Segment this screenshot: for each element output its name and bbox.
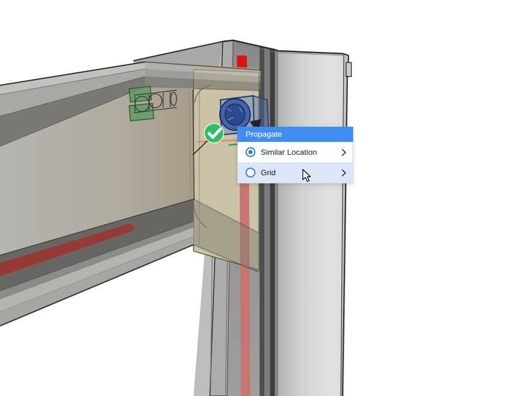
menu-item-similar-location[interactable]: Similar Location xyxy=(238,142,353,162)
radio-unselected-icon xyxy=(246,168,255,178)
chevron-right-icon xyxy=(341,169,347,177)
column-centerline-lower xyxy=(240,183,250,396)
propagate-menu: Propagate Similar Location Grid xyxy=(237,127,353,183)
menu-item-label: Similar Location xyxy=(261,148,341,157)
menu-item-grid[interactable]: Grid xyxy=(238,162,353,183)
menu-item-label: Grid xyxy=(261,168,341,177)
column-front-face xyxy=(278,51,344,396)
radio-selected-icon xyxy=(246,147,255,157)
check-icon[interactable] xyxy=(205,124,224,143)
model-viewport[interactable] xyxy=(0,0,532,396)
propagate-menu-title: Propagate xyxy=(237,127,353,142)
chevron-right-icon xyxy=(341,148,347,157)
